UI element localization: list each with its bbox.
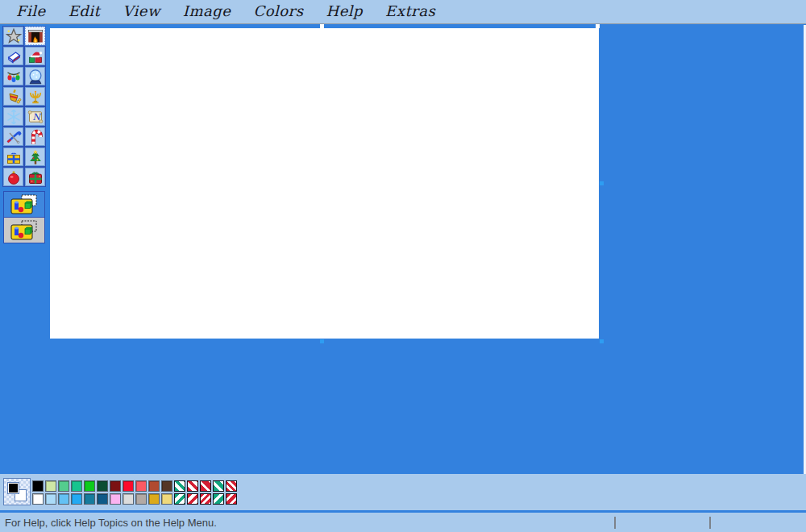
palette-color-swatch[interactable] <box>32 493 44 505</box>
star-icon <box>6 28 22 44</box>
tool-option-panel <box>3 191 45 243</box>
present-icon <box>27 169 44 185</box>
palette-color-swatch[interactable] <box>84 480 95 492</box>
status-separator <box>709 517 711 529</box>
palette-color-swatch[interactable] <box>71 480 82 492</box>
palette-color-swatch[interactable] <box>135 480 147 492</box>
paint-window: File Edit View Image Colors Help Extras <box>0 0 806 532</box>
tool-box: N <box>2 26 46 187</box>
palette-color-swatch[interactable] <box>135 493 147 505</box>
opaque-selection-icon <box>10 194 38 215</box>
snow-globe-icon <box>27 69 44 85</box>
menu-help[interactable]: Help <box>316 2 372 22</box>
tool-magnifier[interactable] <box>24 66 46 86</box>
menu-extras[interactable]: Extras <box>376 2 445 22</box>
palette-color-swatch[interactable] <box>58 480 69 492</box>
option-transparent-selection[interactable] <box>4 218 44 243</box>
tool-free-form-select[interactable] <box>2 26 24 46</box>
tool-rounded-rectangle[interactable] <box>24 167 46 187</box>
status-message: For Help, click Help Topics on the Help … <box>0 517 217 529</box>
palette-color-swatch[interactable] <box>123 480 134 492</box>
canvas-resize-handle-top-right[interactable] <box>596 24 600 28</box>
tool-pick-color[interactable] <box>2 66 24 86</box>
tool-airbrush[interactable] <box>2 106 24 127</box>
palette-pattern-swatch[interactable] <box>187 493 198 505</box>
palette-color-swatch[interactable] <box>58 493 69 505</box>
scroll-icon: N <box>27 109 44 125</box>
menu-bar: File Edit View Image Colors Help Extras <box>0 0 806 24</box>
palette-pattern-swatch[interactable] <box>226 480 237 492</box>
tool-select[interactable] <box>24 26 46 46</box>
option-opaque-selection[interactable] <box>4 192 44 217</box>
ornament-icon <box>6 169 22 185</box>
palette-pattern-swatch[interactable] <box>174 480 185 492</box>
tool-curve[interactable] <box>24 127 46 147</box>
palette-pattern-swatch[interactable] <box>213 493 224 505</box>
dreidel-icon <box>6 89 22 105</box>
palette-color-swatch[interactable] <box>161 493 172 505</box>
menu-colors[interactable]: Colors <box>243 2 313 22</box>
tool-line[interactable] <box>2 127 24 147</box>
palette-color-swatch[interactable] <box>32 480 44 492</box>
palette-color-swatch[interactable] <box>71 493 82 505</box>
santa-gifts-icon <box>27 48 44 64</box>
menu-edit[interactable]: Edit <box>59 2 110 22</box>
tool-brush[interactable] <box>24 86 46 106</box>
transparent-selection-icon <box>10 220 38 241</box>
palette-color-swatch[interactable] <box>45 493 56 505</box>
drawing-canvas[interactable] <box>50 28 599 339</box>
fireplace-icon <box>27 28 44 44</box>
canvas-resize-handle-bottom-right[interactable] <box>600 339 604 343</box>
palette-row-top <box>31 480 238 493</box>
palette-pattern-swatch[interactable] <box>174 493 185 505</box>
foreground-color-swatch <box>7 482 19 494</box>
tool-text[interactable]: N <box>24 106 46 127</box>
canvas-resize-handle-bottom[interactable] <box>320 339 324 343</box>
status-bar: For Help, click Help Topics on the Help … <box>0 510 806 532</box>
palette-color-swatch[interactable] <box>161 480 172 492</box>
palette-color-swatch[interactable] <box>148 480 160 492</box>
eraser-book-icon <box>6 48 22 64</box>
palette-color-swatch[interactable] <box>123 493 134 505</box>
gift-box-icon <box>6 149 22 165</box>
palette-swatches <box>31 480 238 505</box>
tool-eraser[interactable] <box>2 46 24 66</box>
palette-pattern-swatch[interactable] <box>226 493 237 505</box>
palette-pattern-swatch[interactable] <box>200 480 211 492</box>
canvas-resize-handle-right[interactable] <box>600 181 604 185</box>
color-palette <box>0 474 806 510</box>
holiday-lights-icon <box>6 69 22 85</box>
tool-fill[interactable] <box>24 46 46 66</box>
snowflake-icon <box>6 109 22 125</box>
current-colors-indicator <box>3 478 31 505</box>
tool-ellipse[interactable] <box>2 167 24 187</box>
menu-image[interactable]: Image <box>173 2 241 22</box>
menu-file[interactable]: File <box>6 2 56 22</box>
palette-color-swatch[interactable] <box>84 493 95 505</box>
palette-pattern-swatch[interactable] <box>187 480 198 492</box>
ski-icon <box>6 129 22 145</box>
palette-color-swatch[interactable] <box>110 493 121 505</box>
palette-color-swatch[interactable] <box>110 480 121 492</box>
palette-color-swatch[interactable] <box>45 480 56 492</box>
candy-cane-icon <box>27 129 44 145</box>
canvas-resize-handle-top[interactable] <box>320 24 324 28</box>
christmas-tree-icon <box>27 149 44 165</box>
palette-pattern-swatch[interactable] <box>200 493 211 505</box>
tool-rectangle[interactable] <box>2 147 24 167</box>
palette-color-swatch[interactable] <box>97 480 108 492</box>
palette-pattern-swatch[interactable] <box>213 480 224 492</box>
palette-row-bottom <box>31 493 238 505</box>
tool-polygon[interactable] <box>24 147 46 167</box>
status-separator <box>614 517 616 529</box>
menorah-icon <box>27 89 44 105</box>
palette-color-swatch[interactable] <box>97 493 108 505</box>
tool-pencil[interactable] <box>2 86 24 106</box>
palette-color-swatch[interactable] <box>148 493 160 505</box>
menu-view[interactable]: View <box>113 2 170 22</box>
